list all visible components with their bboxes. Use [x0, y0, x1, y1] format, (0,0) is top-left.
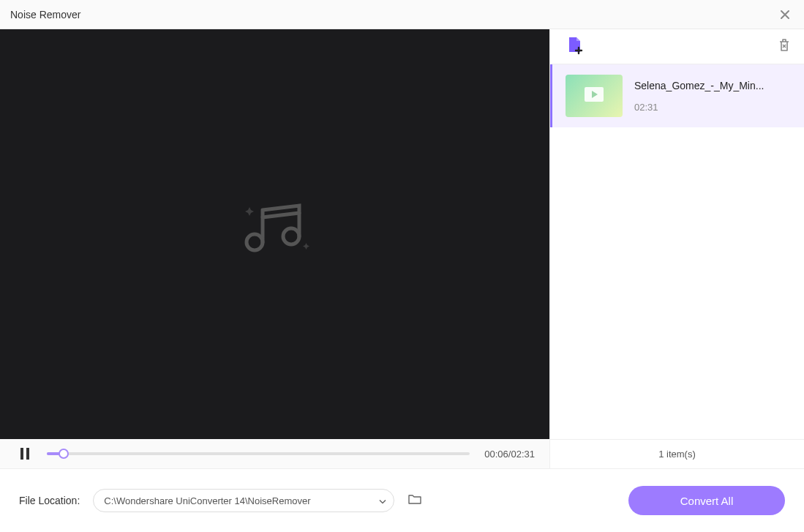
file-name: Selena_Gomez_-_My_Min... [634, 80, 791, 91]
file-list: Selena_Gomez_-_My_Min... 02:31 [550, 64, 804, 439]
total-time: 02:31 [511, 449, 535, 460]
play-icon [583, 86, 605, 106]
file-thumb [566, 75, 623, 117]
svg-point-0 [247, 234, 263, 250]
svg-rect-2 [20, 448, 23, 460]
svg-rect-3 [26, 448, 29, 460]
current-time: 00:06 [484, 449, 508, 460]
browse-folder-icon[interactable] [407, 493, 422, 508]
convert-all-button[interactable]: Convert All [628, 486, 785, 515]
playbar: 00:06/02:31 [0, 439, 549, 468]
item-count: 1 item(s) [550, 439, 804, 468]
pause-icon[interactable] [19, 447, 32, 460]
window-title: Noise Remover [10, 9, 776, 20]
file-location-path: C:\Wondershare UniConverter 14\NoiseRemo… [104, 495, 310, 506]
chevron-down-icon[interactable] [379, 495, 386, 506]
file-location-label: File Location: [19, 495, 80, 506]
file-location-input[interactable]: C:\Wondershare UniConverter 14\NoiseRemo… [93, 489, 394, 512]
seek-thumb[interactable] [59, 449, 69, 459]
clear-list-icon[interactable] [778, 38, 791, 56]
right-toolbar [550, 29, 804, 64]
svg-point-1 [283, 228, 299, 244]
left-panel: 00:06/02:31 [0, 29, 549, 468]
footer: File Location: C:\Wondershare UniConvert… [0, 469, 804, 532]
add-file-icon[interactable] [566, 36, 584, 58]
music-note-icon [235, 200, 315, 269]
preview-area[interactable] [0, 29, 549, 439]
right-panel: Selena_Gomez_-_My_Min... 02:31 1 item(s) [549, 29, 804, 468]
close-icon[interactable] [776, 6, 794, 23]
seek-track[interactable] [47, 452, 470, 455]
file-duration: 02:31 [634, 102, 791, 113]
time-display: 00:06/02:31 [484, 449, 535, 460]
titlebar: Noise Remover [0, 0, 804, 29]
main: 00:06/02:31 [0, 29, 804, 469]
list-item[interactable]: Selena_Gomez_-_My_Min... 02:31 [550, 64, 804, 127]
